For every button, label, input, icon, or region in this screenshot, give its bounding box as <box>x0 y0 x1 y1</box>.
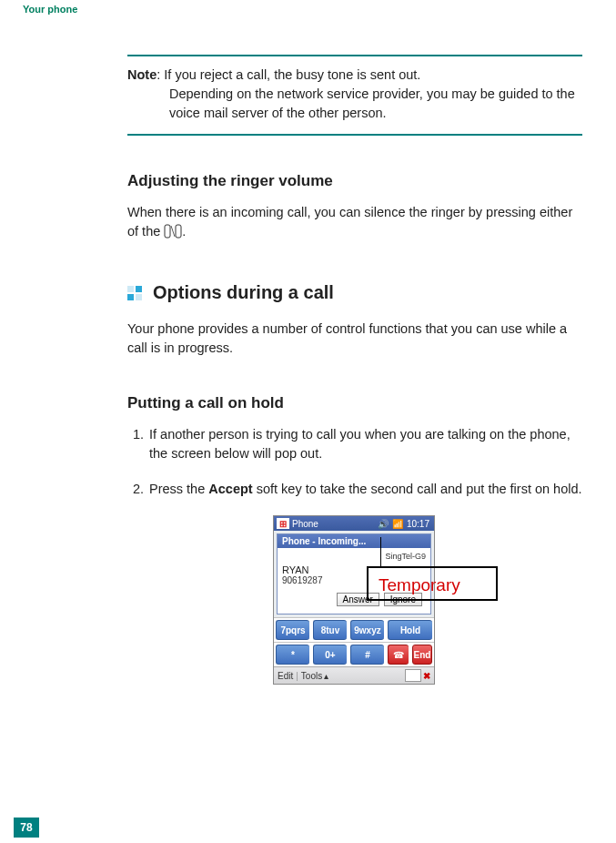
main-content: Note: If you reject a call, the busy ton… <box>127 55 582 685</box>
page-number-tab: 78 <box>14 818 39 838</box>
section-squares-icon <box>127 286 142 300</box>
adjust-body-b: . <box>182 224 186 239</box>
step-2: Press the Accept soft key to take the se… <box>147 480 582 499</box>
step-1: If another person is trying to call you … <box>147 425 582 463</box>
key-star[interactable]: * <box>276 645 309 665</box>
note-line2: Depending on the network service provide… <box>169 85 582 123</box>
key-8[interactable]: 8tuv <box>313 620 347 640</box>
note-label: Note <box>127 67 157 82</box>
heading-hold: Putting a call on hold <box>127 394 582 412</box>
running-header: Your phone <box>23 4 77 15</box>
volume-keys-icon <box>164 224 182 244</box>
svg-rect-2 <box>176 225 181 238</box>
adjust-body: When there is an incoming call, you can … <box>127 203 582 244</box>
keypad-row-2: * 0+ # ☎ End <box>274 642 434 666</box>
status-bar: ⊞ Phone 🔊 📶 10:17 <box>274 516 434 531</box>
keypad-row-1: 7pqrs 8tuv 9wxyz Hold <box>274 617 434 642</box>
start-flag-icon: ⊞ <box>277 518 289 529</box>
key-9[interactable]: 9wxyz <box>350 620 384 640</box>
steps-list: If another person is trying to call you … <box>127 425 582 499</box>
note-line1: : If you reject a call, the busy tone is… <box>157 67 420 82</box>
phone-screenshot-wrap: Temporary ⊞ Phone 🔊 📶 10:17 Phone - Inco… <box>273 515 437 685</box>
heading-options: Options during a call <box>153 282 334 303</box>
bottom-bar: Edit | Tools ▴ ✖ <box>274 666 434 684</box>
key-hangup-icon[interactable]: ☎ <box>388 645 409 665</box>
adjust-body-a: When there is an incoming call, you can … <box>127 205 572 239</box>
key-0[interactable]: 0+ <box>313 645 347 665</box>
step2-b: soft key to take the second call and put… <box>253 482 582 496</box>
status-signal-icon: 📶 <box>392 519 403 529</box>
popup-title: Phone - Incoming... <box>278 534 430 548</box>
key-hash[interactable]: # <box>350 645 384 665</box>
status-sound-icon: 🔊 <box>378 519 389 529</box>
temporary-overlay-label: Temporary <box>379 575 460 595</box>
sip-keyboard-icon[interactable] <box>405 669 421 682</box>
status-app-name: Phone <box>292 519 318 529</box>
step2-accept: Accept <box>208 482 252 496</box>
heading-adjust-volume: Adjusting the ringer volume <box>127 172 582 190</box>
step2-a: Press the <box>149 482 208 496</box>
rule-bottom <box>127 134 582 136</box>
note-block: Note: If you reject a call, the busy ton… <box>127 66 582 123</box>
svg-rect-0 <box>165 225 170 238</box>
callout-line <box>380 537 381 567</box>
menu-edit[interactable]: Edit <box>278 671 293 681</box>
close-sip-icon[interactable]: ✖ <box>423 671 430 681</box>
status-time: 10:17 <box>407 519 429 529</box>
rule-top <box>127 55 582 56</box>
key-7[interactable]: 7pqrs <box>276 620 309 640</box>
heading-options-row: Options during a call <box>127 282 582 303</box>
menu-tools[interactable]: Tools <box>301 671 322 681</box>
menu-dropdown-icon[interactable]: ▴ <box>324 671 328 681</box>
svg-line-1 <box>171 226 175 237</box>
key-end[interactable]: End <box>412 645 432 665</box>
key-hold[interactable]: Hold <box>388 620 432 640</box>
carrier-label: SingTel-G9 <box>282 552 426 561</box>
options-body: Your phone provides a number of control … <box>127 320 582 358</box>
